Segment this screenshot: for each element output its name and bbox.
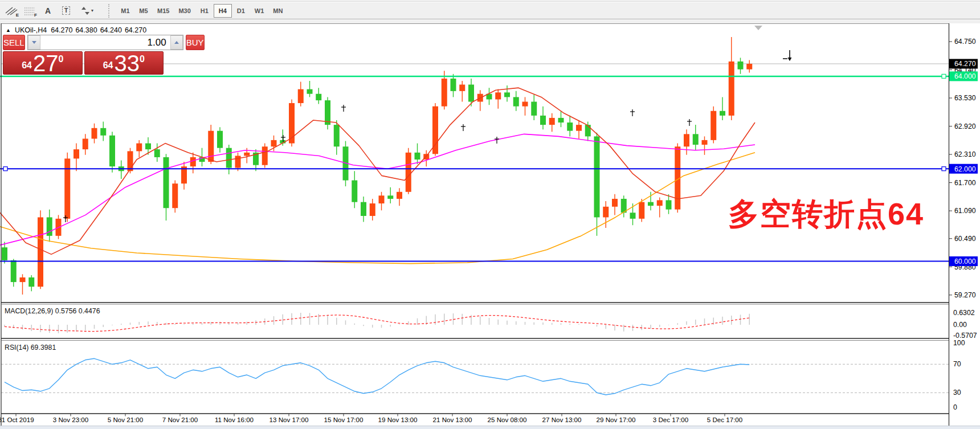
- price-tick-label: 61.090: [954, 207, 976, 215]
- time-tick-label: 29 Nov 17:00: [597, 416, 636, 423]
- last-price-label: 64.270: [949, 59, 978, 68]
- tab-timeframe-M5[interactable]: M5: [134, 4, 153, 18]
- tab-timeframe-D1[interactable]: D1: [232, 4, 250, 18]
- svg-text:64.270: 64.270: [954, 60, 976, 68]
- price-tick-label: 62.310: [954, 150, 976, 158]
- letter-a: A: [45, 6, 51, 15]
- macd-axis-label: 0.00: [953, 321, 967, 329]
- collapse-arrow-icon[interactable]: ▲: [6, 27, 11, 33]
- low-value: 64.240: [100, 26, 122, 34]
- time-tick-label: 13 Nov 17:00: [270, 416, 309, 423]
- candle: [262, 144, 268, 168]
- line-handle[interactable]: [942, 167, 946, 171]
- time-tick-label: 5 Dec 17:00: [707, 416, 743, 423]
- macd-axis-label: -0.5707: [953, 332, 977, 340]
- buy-price-big: 33: [114, 52, 140, 74]
- volume-increase-button[interactable]: [170, 35, 183, 50]
- volume-stepper: [27, 35, 183, 50]
- arrows-tool-icon[interactable]: ▾: [75, 3, 99, 18]
- triangle-down-icon: [32, 41, 36, 44]
- time-tick-label: 31 Oct 2019: [0, 416, 34, 423]
- candle: [710, 107, 716, 144]
- svg-text:60.000: 60.000: [954, 258, 976, 265]
- sell-price-small: 64: [22, 60, 32, 71]
- toolbar-gap: [0, 20, 980, 23]
- rsi-axis-label: 0: [953, 403, 957, 411]
- line-handle[interactable]: [942, 74, 946, 78]
- time-tick-label: 25 Nov 08:00: [488, 416, 527, 423]
- text-label-icon[interactable]: A: [39, 3, 57, 18]
- time-tick-label: 3 Nov 23:00: [53, 416, 89, 423]
- rsi-axis-label: 70: [953, 360, 961, 368]
- rsi-label: RSI(14) 69.3981: [5, 344, 56, 352]
- time-tick-label: 11 Nov 16:00: [215, 416, 254, 423]
- tab-timeframe-H1[interactable]: H1: [195, 4, 214, 18]
- trading-terminal-window: E F A T ▾ M1M5M15M30H1H4D1W1MN ▲ UKOil-,…: [0, 0, 980, 429]
- volume-decrease-button[interactable]: [28, 35, 40, 50]
- buy-price-small: 64: [103, 60, 113, 71]
- tab-timeframe-MN[interactable]: MN: [268, 4, 287, 18]
- sell-price-sup: 0: [58, 54, 63, 64]
- chart-header: ▲ UKOil-,H4 64.270 64.380 64.240 64.270: [6, 26, 146, 34]
- volume-input[interactable]: [40, 35, 170, 50]
- close-value: 64.270: [125, 26, 146, 34]
- trade-prices-row: 64 27 0 64 33 0: [3, 51, 164, 75]
- ohlc-values: 64.270 64.380 64.240 64.270: [51, 26, 146, 34]
- rsi-axis-label: 30: [953, 389, 961, 397]
- price-tick-label: 60.490: [954, 235, 976, 243]
- tab-timeframe-M1[interactable]: M1: [116, 4, 134, 18]
- chevron-down-icon: ▾: [91, 8, 93, 13]
- trade-controls-row: SELL BUY: [3, 35, 164, 50]
- candle: [432, 103, 438, 156]
- time-tick-label: 19 Nov 13:00: [378, 416, 418, 423]
- time-tick-label: 15 Nov 17:00: [324, 416, 364, 423]
- tool-sub-label: E: [16, 13, 19, 18]
- price-tick-label: 64.750: [954, 38, 976, 46]
- chart-text-annotation: 多空转折点64: [728, 197, 924, 231]
- blue-line-60-label: 60.000: [949, 256, 978, 266]
- buy-price-sup: 0: [140, 54, 145, 64]
- sell-price-big: 27: [33, 52, 59, 74]
- svg-text:62.000: 62.000: [954, 165, 976, 173]
- price-tick-label: 62.920: [954, 122, 976, 130]
- symbol-title: UKOil-,H4: [15, 26, 47, 34]
- high-value: 64.380: [75, 26, 97, 34]
- candle: [109, 132, 115, 172]
- upper-toolbar-edge: [0, 0, 980, 2]
- time-tick-label: 5 Nov 21:00: [108, 416, 144, 423]
- price-tick-label: 59.270: [954, 291, 976, 299]
- tab-timeframe-H4[interactable]: H4: [214, 4, 232, 18]
- rsi-axis-label: 100: [953, 339, 965, 347]
- equidistant-channel-icon[interactable]: E: [2, 3, 21, 18]
- timeframe-group: M1M5M15M30H1H4D1W1MN: [116, 4, 287, 18]
- sell-button[interactable]: SELL: [3, 35, 25, 50]
- open-value: 64.270: [51, 26, 72, 34]
- buy-button[interactable]: BUY: [186, 35, 205, 50]
- time-tick-label: 3 Dec 17:00: [653, 416, 689, 423]
- svg-text:64.000: 64.000: [954, 72, 976, 80]
- letter-t: T: [62, 6, 71, 15]
- time-tick-label: 21 Nov 13:00: [433, 416, 472, 423]
- candle: [64, 153, 70, 222]
- candle: [325, 97, 330, 129]
- one-click-trade-panel: SELL BUY 64 27 0 64 33 0: [3, 35, 164, 75]
- time-tick-label: 27 Nov 13:00: [542, 416, 582, 423]
- fibonacci-retracement-icon[interactable]: F: [21, 3, 39, 18]
- buy-price-box[interactable]: 64 33 0: [84, 51, 164, 75]
- candle: [406, 148, 411, 194]
- tool-sub-label: F: [34, 13, 37, 18]
- macd-label: MACD(12,26,9) 0.5756 0.4476: [5, 307, 100, 315]
- blue-line-62-label: 62.000: [949, 164, 978, 174]
- macd-axis-label: 0.6302: [953, 309, 975, 317]
- tab-timeframe-M15[interactable]: M15: [153, 4, 174, 18]
- text-tool-icon[interactable]: T: [57, 3, 75, 18]
- line-handle[interactable]: [3, 167, 7, 171]
- tab-timeframe-W1[interactable]: W1: [250, 4, 269, 18]
- tab-timeframe-M30[interactable]: M30: [174, 4, 195, 18]
- price-tick-label: 63.530: [954, 94, 976, 102]
- triangle-up-icon: [174, 41, 179, 44]
- green-line-label: 64.000: [949, 71, 978, 81]
- toolbar-separator: [108, 4, 111, 18]
- sell-price-box[interactable]: 64 27 0: [3, 51, 83, 75]
- toolbar: E F A T ▾ M1M5M15M30H1H4D1W1MN: [0, 2, 980, 19]
